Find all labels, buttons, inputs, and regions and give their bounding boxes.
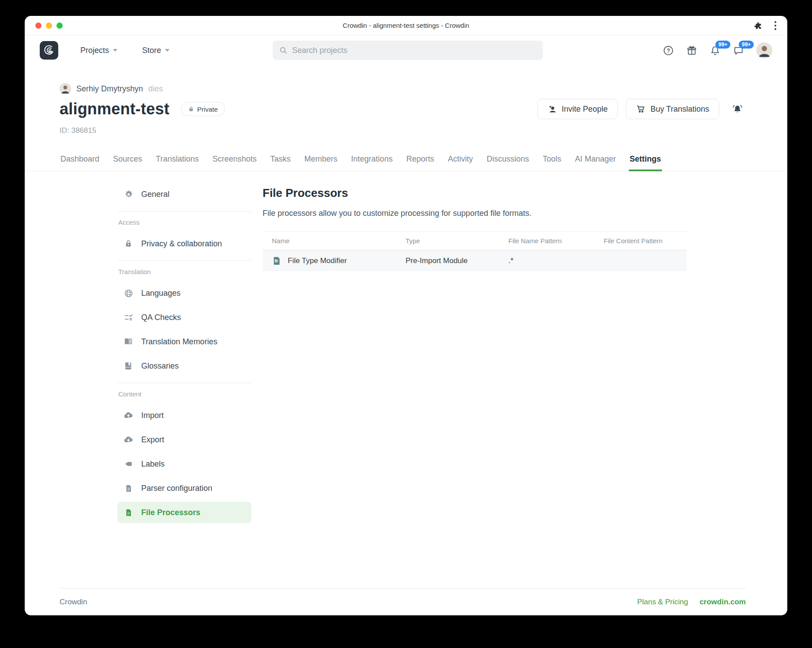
globe-icon (124, 289, 133, 298)
section-label-translation: Translation (118, 268, 252, 275)
document-icon (124, 484, 133, 493)
panel-description: File processors allow you to customize p… (263, 209, 687, 218)
owner-suffix: dies (148, 84, 163, 94)
sidebar-item-qa-checks[interactable]: QA Checks (117, 307, 252, 328)
sidebar-item-glossaries[interactable]: Glossaries (117, 355, 252, 377)
bell-ring-icon (732, 103, 743, 115)
sidebar-item-labels[interactable]: Labels (117, 453, 252, 475)
person-add-icon (548, 105, 557, 114)
visibility-label: Private (197, 105, 218, 113)
book-icon (124, 362, 133, 370)
sidebar-item-label: File Processors (141, 508, 200, 517)
column-header-type: Type (396, 237, 499, 245)
search-input[interactable] (292, 46, 537, 55)
tab-settings[interactable]: Settings (629, 150, 662, 171)
help-icon[interactable]: ? (663, 45, 674, 56)
document-icon (124, 509, 133, 517)
chevron-down-icon (165, 49, 169, 52)
search-icon (279, 46, 288, 55)
divider (117, 260, 252, 261)
tab-tasks[interactable]: Tasks (270, 150, 292, 171)
tab-activity[interactable]: Activity (447, 150, 474, 171)
menu-projects-label: Projects (80, 46, 109, 55)
page-footer: Crowdin Plans & Pricing crowdin.com (60, 588, 746, 615)
tab-dashboard[interactable]: Dashboard (60, 150, 100, 171)
settings-sidebar: General Access Privacy & collaboration T… (117, 184, 252, 588)
owner-avatar[interactable] (60, 83, 71, 94)
breadcrumb: Serhiy Dmytryshyn dies (60, 83, 743, 94)
sidebar-item-privacy-collaboration[interactable]: Privacy & collaboration (117, 233, 252, 254)
extension-puzzle-icon[interactable] (754, 21, 763, 30)
sidebar-item-label: Parser configuration (141, 484, 212, 493)
tab-integrations[interactable]: Integrations (350, 150, 394, 171)
search-box[interactable] (273, 41, 543, 60)
browser-tab-title: Crowdin - alignment-test settings - Crow… (25, 22, 787, 29)
crowdin-logo[interactable] (40, 41, 58, 60)
sidebar-item-import[interactable]: Import (117, 405, 252, 426)
notifications-badge: 99+ (715, 41, 730, 49)
processor-name: File Type Modifier (288, 256, 347, 265)
sidebar-item-export[interactable]: Export (117, 429, 252, 450)
visibility-badge: Private (181, 102, 225, 116)
sidebar-item-label: Privacy & collaboration (141, 239, 222, 249)
lock-icon (188, 106, 194, 112)
table-header-row: Name Type File Name Pattern File Content… (263, 232, 687, 250)
section-label-access: Access (118, 219, 252, 226)
tag-icon (124, 460, 133, 468)
menu-projects[interactable]: Projects (80, 46, 117, 55)
tab-ai-manager[interactable]: AI Manager (574, 150, 617, 171)
sidebar-item-label: Languages (141, 289, 180, 298)
column-header-file-content-pattern: File Content Pattern (594, 237, 687, 245)
menu-store[interactable]: Store (142, 46, 169, 55)
cloud-upload-icon (124, 411, 133, 420)
page-content: Serhiy Dmytryshyn dies alignment-test Pr… (25, 65, 787, 615)
sidebar-item-label: Glossaries (141, 362, 179, 371)
tab-tools[interactable]: Tools (542, 150, 562, 171)
file-processors-table: Name Type File Name Pattern File Content… (263, 231, 687, 271)
chevron-down-icon (113, 49, 117, 52)
sidebar-item-file-processors[interactable]: File Processors (117, 502, 252, 523)
invite-people-button[interactable]: Invite People (538, 99, 618, 119)
tab-members[interactable]: Members (304, 150, 338, 171)
cart-icon (636, 104, 646, 114)
browser-window: Crowdin - alignment-test settings - Crow… (25, 16, 787, 615)
sidebar-item-languages[interactable]: Languages (117, 283, 252, 304)
column-header-name: Name (263, 237, 396, 245)
tab-reports[interactable]: Reports (406, 150, 435, 171)
cloud-download-icon (124, 435, 133, 445)
invite-people-label: Invite People (562, 105, 608, 114)
tab-discussions[interactable]: Discussions (486, 150, 530, 171)
messages-chat-icon[interactable]: 99+ (733, 45, 744, 56)
owner-name[interactable]: Serhiy Dmytryshyn (76, 84, 143, 94)
watch-project-button[interactable] (732, 103, 743, 115)
tab-screenshots[interactable]: Screenshots (211, 150, 257, 171)
project-tabs: Dashboard Sources Translations Screensho… (25, 150, 787, 171)
browser-menu-icon[interactable] (774, 21, 777, 30)
footer-brand: Crowdin (60, 598, 87, 607)
processor-type: Pre-Import Module (396, 256, 499, 265)
messages-badge: 99+ (739, 41, 754, 49)
table-row[interactable]: File Type Modifier Pre-Import Module .* (263, 250, 687, 271)
sidebar-item-label: Export (141, 435, 164, 445)
sidebar-item-general[interactable]: General (117, 184, 252, 205)
user-avatar[interactable] (756, 42, 772, 58)
lock-icon (124, 239, 133, 248)
notifications-bell-icon[interactable]: 99+ (710, 45, 721, 56)
panel-title: File Processors (263, 186, 687, 200)
buy-translations-label: Buy Translations (650, 105, 709, 114)
app-navbar: Projects Store ? 99+ (25, 35, 787, 65)
buy-translations-button[interactable]: Buy Translations (626, 99, 719, 119)
plans-pricing-link[interactable]: Plans & Pricing (637, 598, 688, 607)
project-id: ID: 386815 (60, 126, 743, 135)
tab-sources[interactable]: Sources (112, 150, 143, 171)
divider (117, 383, 252, 383)
sidebar-item-label: QA Checks (141, 313, 181, 322)
column-header-file-name-pattern: File Name Pattern (499, 237, 594, 245)
crowdin-com-link[interactable]: crowdin.com (699, 598, 746, 607)
tab-translations[interactable]: Translations (155, 150, 199, 171)
gift-icon[interactable] (686, 45, 697, 56)
sidebar-item-label: General (141, 190, 169, 199)
sidebar-item-parser-configuration[interactable]: Parser configuration (117, 478, 252, 499)
file-modifier-icon (272, 256, 282, 266)
sidebar-item-translation-memories[interactable]: Translation Memories (117, 331, 252, 352)
